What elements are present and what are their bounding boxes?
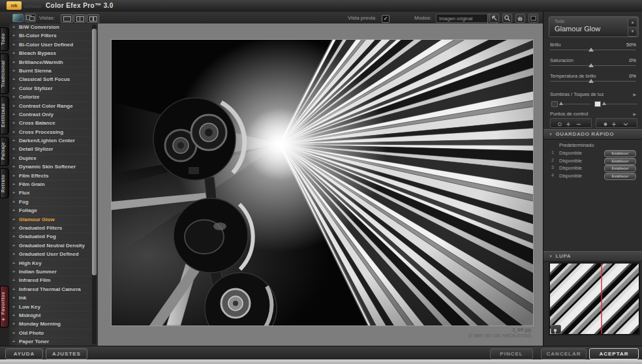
- filter-item[interactable]: +Detail Stylizer: [9, 145, 98, 154]
- control-point-options-button[interactable]: [596, 118, 637, 128]
- tab-favoritos[interactable]: ✦ Favoritos: [0, 286, 9, 327]
- establecer-button[interactable]: Establecer: [604, 173, 636, 180]
- slider-thumb[interactable]: [588, 63, 594, 67]
- disclosure-right-icon[interactable]: ▶: [633, 92, 636, 97]
- slider-thumb[interactable]: [588, 48, 594, 52]
- disclosure-down-icon[interactable]: ▼: [549, 132, 553, 136]
- filter-item[interactable]: +Graduated Neutral Density: [9, 242, 98, 250]
- add-control-point-button[interactable]: [550, 118, 592, 128]
- loupe-pin-button[interactable]: [551, 325, 561, 334]
- guardado-rapido-header[interactable]: ▼GUARDADO RÁPIDO: [543, 129, 642, 140]
- puntos-section-header[interactable]: Puntos de control▶: [550, 111, 636, 117]
- vista-previa-checkbox[interactable]: ✓: [382, 15, 390, 23]
- filter-bullet-icon: +: [12, 172, 15, 180]
- filter-item[interactable]: +Burnt Sienna: [9, 67, 98, 76]
- shadows-mini-slider[interactable]: [551, 100, 590, 108]
- shadow-slider-thumb[interactable]: [559, 102, 563, 105]
- filter-item[interactable]: +Colorize: [9, 93, 98, 102]
- image-browser-icon[interactable]: [12, 14, 23, 22]
- filter-item[interactable]: +Fog: [9, 198, 98, 207]
- tab-paisaje[interactable]: Paisaje: [0, 137, 9, 166]
- frames-icon[interactable]: [25, 14, 36, 22]
- filter-item[interactable]: +Graduated User Defined: [9, 250, 98, 259]
- filter-item[interactable]: +Ink: [9, 294, 98, 303]
- filter-next-button[interactable]: ▼: [628, 27, 637, 37]
- filter-item[interactable]: +Bleach Bypass: [9, 50, 98, 58]
- filter-item[interactable]: +Contrast Only: [9, 111, 98, 119]
- filter-item[interactable]: +Bi-Color Filters: [9, 32, 98, 40]
- sombras-section-header[interactable]: Sombras / Toques de luz▶: [550, 91, 636, 97]
- filter-bullet-icon: +: [12, 286, 15, 294]
- filter-header[interactable]: Todo Glamour Glow ▲ ▼: [549, 16, 639, 37]
- filter-item[interactable]: +Cross Processing: [9, 129, 98, 137]
- filter-item[interactable]: +Glamour Glow: [9, 216, 98, 224]
- filter-item[interactable]: +Foliage: [9, 207, 98, 215]
- highlights-mini-slider[interactable]: [594, 100, 637, 108]
- ajustes-button[interactable]: AJUSTES: [46, 348, 87, 359]
- filter-item[interactable]: +Darken/Lighten Center: [9, 137, 98, 145]
- scrollbar-thumb[interactable]: [92, 29, 97, 275]
- filter-item[interactable]: +Infrared Film: [9, 277, 98, 285]
- quick-save-slot: 3DisponibleEstablecer: [551, 165, 636, 172]
- filter-item[interactable]: +Midnight: [9, 312, 98, 320]
- filter-item[interactable]: +Classical Soft Focus: [9, 76, 98, 84]
- filter-list-scrollbar[interactable]: [92, 25, 97, 344]
- view-single-button[interactable]: [61, 14, 73, 23]
- predeterminado-label[interactable]: Predeterminado: [559, 142, 594, 148]
- filter-bullet-icon: +: [12, 320, 15, 328]
- disclosure-down-icon[interactable]: ▼: [549, 254, 553, 258]
- establecer-button[interactable]: Establecer: [604, 158, 636, 165]
- view-split-button[interactable]: [74, 14, 86, 23]
- loupe-preview: [549, 262, 640, 335]
- highlight-swatch-icon: [594, 101, 601, 107]
- filter-item[interactable]: +Brilliance/Warmth: [9, 59, 98, 67]
- lupa-header[interactable]: ▼LUPA: [543, 251, 642, 262]
- tab-retrato[interactable]: Retrato: [0, 168, 9, 198]
- filter-item[interactable]: +Low Key: [9, 303, 98, 312]
- aceptar-button[interactable]: ACEPTAR: [589, 348, 639, 359]
- filter-bullet-icon: +: [12, 277, 15, 284]
- pan-hand-icon[interactable]: [515, 14, 525, 23]
- filter-item[interactable]: +Flux: [9, 189, 98, 198]
- tab-tradicional[interactable]: Tradicional: [0, 53, 9, 94]
- establecer-button[interactable]: Establecer: [604, 150, 636, 157]
- filter-item[interactable]: +Indian Summer: [9, 268, 98, 277]
- filter-item[interactable]: +Dynamic Skin Softener: [9, 163, 98, 172]
- modos-dropdown[interactable]: Imagen original: [436, 14, 488, 23]
- filter-item[interactable]: +Old Photo: [9, 329, 98, 338]
- filter-prev-button[interactable]: ▲: [628, 18, 637, 27]
- filter-item[interactable]: +Bi-Color User Defined: [9, 41, 98, 50]
- establecer-button[interactable]: Establecer: [604, 165, 636, 172]
- filter-item[interactable]: +Color Stylizer: [9, 85, 98, 93]
- filter-item[interactable]: +Graduated Filters: [9, 224, 98, 233]
- disclosure-right-icon[interactable]: ▶: [633, 112, 636, 116]
- filter-item[interactable]: +B/W Conversion: [9, 23, 98, 32]
- tab-estilizado[interactable]: Estilizado: [0, 97, 9, 134]
- filter-item[interactable]: +Paper Toner: [9, 338, 98, 346]
- filter-item[interactable]: +Film Effects: [9, 172, 98, 181]
- filter-item[interactable]: +Duplex: [9, 155, 98, 163]
- slider-saturación[interactable]: Saturación0%: [550, 57, 636, 72]
- filter-bullet-icon: +: [12, 129, 15, 136]
- pincel-button[interactable]: PINCEL: [490, 348, 533, 359]
- slider-temperatura-de-brillo[interactable]: Temperatura de brillo0%: [550, 73, 636, 87]
- filter-item[interactable]: +Contrast Color Range: [9, 102, 98, 111]
- filter-item[interactable]: +Graduated Fog: [9, 233, 98, 241]
- ayuda-button[interactable]: AYUDA: [5, 348, 43, 359]
- filter-item[interactable]: +Infrared Thermal Camera: [9, 286, 98, 294]
- background-color-icon[interactable]: [528, 14, 538, 23]
- filter-item[interactable]: +Cross Balance: [9, 119, 98, 128]
- tab-todo[interactable]: Todo: [0, 27, 9, 51]
- filter-item[interactable]: +High Key: [9, 260, 98, 268]
- filter-item[interactable]: +Monday Morning: [9, 320, 98, 329]
- highlight-slider-thumb[interactable]: [602, 102, 606, 105]
- vista-previa-label: Vista previa:: [348, 15, 376, 21]
- filter-item[interactable]: +Film Grain: [9, 181, 98, 189]
- filter-bullet-icon: +: [12, 93, 15, 101]
- view-sidebyside-button[interactable]: [87, 14, 99, 23]
- slider-brillo[interactable]: Brillo50%: [550, 42, 636, 56]
- select-arrow-icon[interactable]: [489, 14, 499, 23]
- zoom-tool-icon[interactable]: [502, 14, 512, 23]
- slider-thumb[interactable]: [588, 79, 594, 83]
- cancelar-button[interactable]: CANCELAR: [541, 348, 587, 359]
